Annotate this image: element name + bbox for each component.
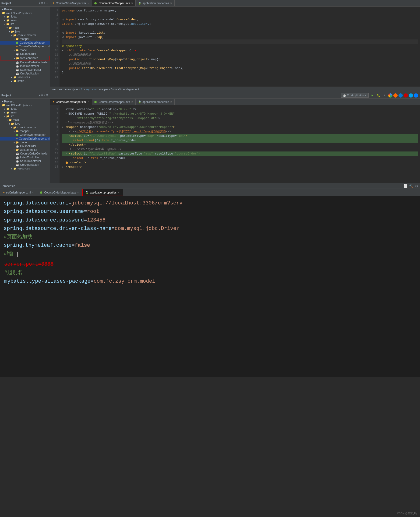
- xml-line-12: select * from t_course_order: [62, 156, 418, 160]
- tree-project-header[interactable]: ▸ Project: [0, 7, 50, 11]
- properties-editor[interactable]: spring.datasource.url=jdbc:mysql://local…: [0, 196, 420, 377]
- bottom-tab-courseordermapper-java[interactable]: CourseOrderMapper.java ✕: [37, 189, 82, 196]
- mid-tree-indexcontroller[interactable]: ☕ IndexController: [0, 155, 50, 159]
- props-line-port: server.port=8888: [4, 260, 416, 269]
- watermark: CSDN @莹莹_lily: [397, 512, 417, 515]
- mid-tree-java[interactable]: ▾ 📂 java: [0, 122, 50, 126]
- opera-icon[interactable]: [404, 93, 408, 97]
- hammer-icon[interactable]: 🔨: [409, 184, 413, 188]
- mid-tree-mapper[interactable]: ▾ 📂 mapper: [0, 129, 50, 133]
- mid-tree-courseorder[interactable]: ☕ CourseOrder: [0, 144, 50, 148]
- middle-sidebar-header: Project ⊞ ≡ ⚙ ☰: [0, 92, 50, 99]
- code-line-15: }: [62, 71, 418, 75]
- mid-tree-courseordermapper-xml[interactable]: ✦ CourseOrderMapper.xml: [0, 137, 50, 140]
- bottom-window-controls: ⬜ 🔨 ⚙: [403, 184, 418, 188]
- java-code-lines[interactable]: package com.fc.zsy.crm.mapper; ◁ import …: [60, 7, 420, 87]
- tab-application-properties-top[interactable]: 🍃 application.properties ✕: [136, 0, 175, 6]
- sidebar-tool-1[interactable]: ⊞: [39, 2, 40, 5]
- xml-line-8: select count(*) from t_course_order: [62, 138, 418, 143]
- middle-tool-2[interactable]: ≡: [41, 94, 43, 97]
- code-line-13: //返回数据列表: [62, 62, 418, 66]
- xml-line-10: <!--resultType实体类，起别名-->: [62, 147, 418, 151]
- tree-main[interactable]: ▾ 📂 main: [0, 26, 50, 30]
- code-line-8: [62, 39, 418, 44]
- mid-tree-root[interactable]: 📁 crm F:\IdeaProject\crm: [0, 103, 50, 107]
- mid-tree-com-fc[interactable]: ▾ 📂 com.fc.zsy.crm: [0, 126, 50, 129]
- mid-tree-courseordercontroller[interactable]: ☕ CourseOrderController: [0, 152, 50, 155]
- top-editor: ✦ CourseOrderMapper.xml ✕ CourseOrderMap…: [50, 0, 420, 92]
- line-numbers-top: 12345 678910 111213141516: [50, 7, 60, 87]
- ie-icon[interactable]: [409, 93, 413, 97]
- middle-tool-1[interactable]: ⊞: [39, 94, 40, 97]
- tree-static[interactable]: ▸ 📁 static ...: [0, 79, 50, 83]
- tree-courseorder[interactable]: ☕ CourseOrder: [0, 52, 50, 56]
- tree-courseordercontroller[interactable]: ☕ CourseOrderController: [0, 60, 50, 64]
- middle-tool-4[interactable]: ☰: [46, 94, 49, 97]
- mid-tab-courseordermapper-java[interactable]: CourseOrderMapper.java ✕: [92, 99, 136, 105]
- tree-mapper[interactable]: ▾ 📂 mapper: [0, 37, 50, 41]
- sidebar-tool-2[interactable]: ≡: [41, 2, 43, 5]
- mid-tree-idea[interactable]: ▸ 📁 .idea: [0, 107, 50, 111]
- code-line-4: import org.springframework.stereotype.Re…: [62, 22, 418, 26]
- mid-tree-src[interactable]: ▾ 📂 src: [0, 114, 50, 118]
- tree-courseordermapper-java[interactable]: CourseOrderMapper: [0, 41, 50, 44]
- mid-tree-resources[interactable]: ▸ 📁 resources: [0, 167, 50, 170]
- code-line-10: ▸ public interface CourseOrderMapper { ●: [62, 48, 418, 53]
- mid-tree-mvn[interactable]: ▸ 📁 .mvn: [0, 111, 50, 114]
- firefox-icon[interactable]: [393, 93, 398, 97]
- tree-src[interactable]: ▾ 📂 src: [0, 22, 50, 26]
- safari-icon[interactable]: [414, 93, 418, 97]
- tree-root[interactable]: 📁 crm F:\IdeaProject\crm: [0, 11, 50, 15]
- xml-code-lines[interactable]: <?xml version="1.0" encoding="UTF-8" ?> …: [60, 105, 420, 183]
- mid-tab-courseordermapper-xml[interactable]: ✦ CourseOrderMapper.xml ✕: [50, 99, 92, 105]
- tree-idea[interactable]: ▸ 📁 .idea: [0, 15, 50, 18]
- bottom-tab-mapper-xml[interactable]: ✦ seOrderMapper.xml ✕: [0, 189, 37, 196]
- xml-line-6: <!--<id方法名> parameterType参数类型 resultType…: [62, 129, 418, 134]
- tree-com-fc[interactable]: ▾ 📂 com.fc.zsy.crm: [0, 33, 50, 37]
- mid-tree-main[interactable]: ▾ 📂 main: [0, 118, 50, 122]
- xml-line-7: ▸ <select id="findCountByMap" parameterT…: [62, 134, 418, 138]
- bottom-tab-application-properties[interactable]: 🍃 application.properties ✕: [82, 189, 123, 196]
- tree-model[interactable]: ▾ 📂 model: [0, 48, 50, 52]
- tab-courseordermapper-xml[interactable]: ✦ CourseOrderMapper.xml ✕: [50, 0, 92, 6]
- code-line-3: ◁ import com.fc.zsy.crm.model.CourseOrde…: [62, 17, 418, 22]
- tree-indexcontroller[interactable]: ☕ IndexController: [0, 64, 50, 68]
- debug-button[interactable]: 🐛: [376, 93, 381, 98]
- tree-web-controller[interactable]: ▾ 📂 web.controller: [0, 56, 50, 60]
- xml-line-3: "http://mybatis.org/dtd/mybatis-3-mapper…: [62, 116, 418, 120]
- mid-tree-model[interactable]: ▾ 📂 model: [0, 140, 50, 144]
- window-icon[interactable]: ⬜: [403, 184, 407, 188]
- middle-tab-bar: ✦ CourseOrderMapper.xml ✕ CourseOrderMap…: [50, 99, 420, 105]
- mid-tree-crmapplication[interactable]: ☕ CrmApplication: [0, 163, 50, 167]
- sidebar-tool-4[interactable]: ☰: [46, 2, 49, 5]
- chrome-icon[interactable]: [388, 93, 392, 97]
- mid-tab-application-properties[interactable]: 🍃 application.properties ✕: [136, 99, 175, 105]
- mid-tree-stuinfocontroller[interactable]: ☕ StuInfoController: [0, 159, 50, 163]
- tree-resources[interactable]: ▸ 📁 resources: [0, 75, 50, 79]
- xml-line-numbers: 12345 678910 11121314: [50, 105, 60, 183]
- sidebar-header: Project ⊞ ≡ ⚙ ☰: [0, 0, 50, 7]
- settings-icon[interactable]: ⚙: [415, 184, 418, 188]
- properties-window-title: .properties ⬜ 🔨 ⚙: [0, 183, 420, 189]
- profile-button[interactable]: ⚡: [382, 93, 387, 98]
- tab-courseordermapper-java[interactable]: CourseOrderMapper.java ✕: [92, 0, 136, 6]
- code-line-7: ◁ import java.util.Map;: [62, 35, 418, 39]
- tree-courseordermapper-xml[interactable]: ✦ CourseOrderMapper.xml: [0, 44, 50, 48]
- run-config-dropdown[interactable]: ☕ CrmApplication ▾: [341, 93, 369, 97]
- mid-tree-project-header[interactable]: ▸ Project: [0, 100, 50, 103]
- edge-icon[interactable]: [398, 93, 403, 97]
- run-button[interactable]: ▶: [370, 93, 375, 98]
- mid-tree-courseordermapper-java[interactable]: CourseOrderMapper: [0, 133, 50, 137]
- sidebar-tool-3[interactable]: ⚙: [44, 2, 45, 5]
- top-sidebar: Project ⊞ ≡ ⚙ ☰ ▸ Project 📁 crm F:\IdeaP…: [0, 0, 50, 92]
- tree-mvn[interactable]: ▸ 📁 .mvn: [0, 18, 50, 22]
- middle-tool-3[interactable]: ⚙: [44, 94, 45, 97]
- tree-crmapplication[interactable]: ☕ CrmApplication: [0, 72, 50, 75]
- middle-sidebar-title: Project: [1, 94, 11, 97]
- mid-tree-web-controller[interactable]: ▾ 📂 web.controller: [0, 148, 50, 152]
- tree-java[interactable]: ▾ 📂 java: [0, 30, 50, 33]
- run-toolbar: ☕ CrmApplication ▾ ▶ 🐛 ⚡: [50, 92, 420, 99]
- browser-icons: [388, 93, 418, 97]
- tree-stuinfocontroller[interactable]: ☕ StuInfoController: [0, 68, 50, 72]
- code-line-5: [62, 26, 418, 30]
